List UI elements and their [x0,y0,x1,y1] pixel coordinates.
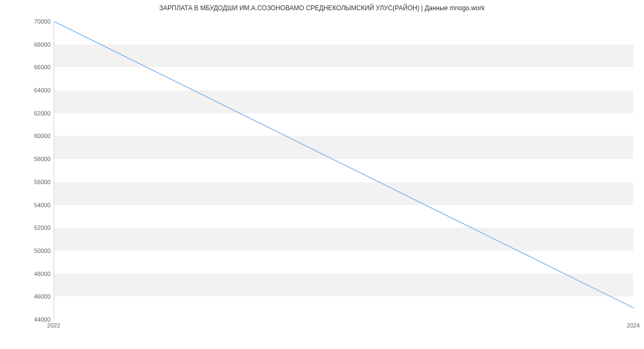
y-tick-label: 58000 [8,156,50,162]
y-tick-label: 66000 [8,64,50,70]
y-tick-label: 56000 [8,179,50,185]
line-layer [54,21,633,319]
x-tick-label: 2024 [627,322,640,329]
series-line [54,21,634,308]
y-tick-label: 68000 [8,41,50,48]
y-tick-label: 64000 [8,87,50,93]
y-tick-label: 50000 [8,248,50,254]
plot-area [54,21,633,319]
x-tick-label: 2022 [47,322,60,329]
y-tick-label: 70000 [8,18,50,25]
y-tick-label: 60000 [8,133,50,139]
y-tick-label: 46000 [8,293,50,300]
y-tick-label: 62000 [8,110,50,117]
y-tick-label: 44000 [8,316,50,323]
y-tick-label: 52000 [8,224,50,231]
y-tick-label: 48000 [8,271,50,277]
chart-title: ЗАРПЛАТА В МБУДОДШИ ИМ.А.СОЗОНОВАМО СРЕД… [0,4,644,12]
y-tick-label: 54000 [8,202,50,208]
